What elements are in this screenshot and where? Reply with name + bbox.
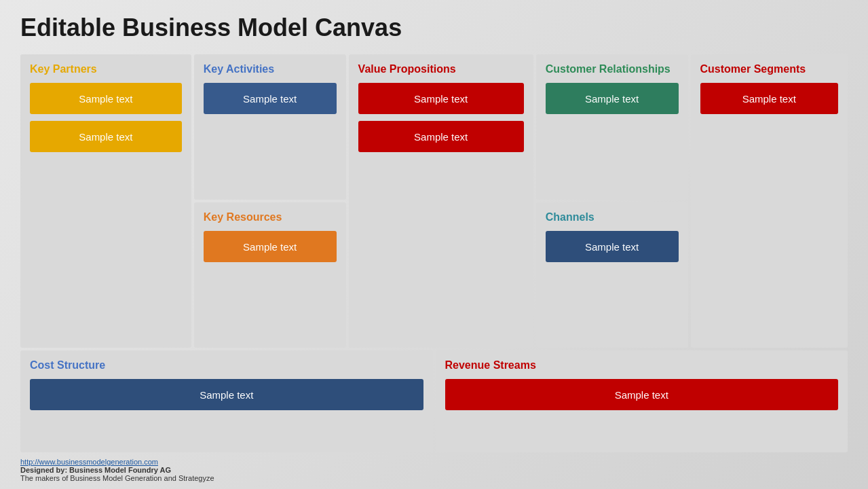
cell-customer-relationships: Customer Relationships Sample text	[536, 54, 688, 200]
cell-key-partners: Key Partners Sample text Sample text	[20, 54, 191, 348]
revenue-streams-title: Revenue Streams	[445, 359, 839, 372]
key-resources-title: Key Resources	[204, 211, 337, 224]
cost-structure-btn-1[interactable]: Sample text	[30, 379, 423, 410]
cell-cost-structure: Cost Structure Sample text	[20, 350, 433, 452]
key-resources-btn-1[interactable]: Sample text	[204, 231, 337, 262]
footer-designed: Designed by: Business Model Foundry AG	[20, 466, 171, 474]
cell-activities-resources: Key Activities Sample text Key Resources…	[194, 54, 346, 348]
cost-structure-title: Cost Structure	[30, 359, 423, 372]
channels-btn-1[interactable]: Sample text	[546, 231, 679, 262]
canvas-bottom: Cost Structure Sample text Revenue Strea…	[20, 350, 848, 452]
revenue-streams-btn-1[interactable]: Sample text	[445, 379, 839, 410]
key-activities-title: Key Activities	[204, 62, 337, 76]
cell-value-propositions: Value Propositions Sample text Sample te…	[349, 54, 533, 348]
footer: http://www.businessmodelgeneration.com D…	[20, 458, 848, 482]
cell-channels: Channels Sample text	[536, 202, 688, 348]
cell-revenue-streams: Revenue Streams Sample text	[436, 350, 848, 452]
key-partners-btn-1[interactable]: Sample text	[30, 83, 182, 114]
customer-segments-btn-1[interactable]: Sample text	[700, 83, 838, 114]
canvas-container: Key Partners Sample text Sample text Key…	[20, 54, 848, 452]
key-partners-title: Key Partners	[30, 62, 182, 76]
customer-relationships-btn-1[interactable]: Sample text	[546, 83, 679, 114]
cell-customer-segments: Customer Segments Sample text	[691, 54, 848, 348]
cell-cr-channels: Customer Relationships Sample text Chann…	[536, 54, 688, 348]
page-title: Editable Business Model Canvas	[20, 14, 848, 42]
cell-key-activities: Key Activities Sample text	[194, 54, 346, 200]
value-propositions-btn-2[interactable]: Sample text	[358, 121, 524, 152]
canvas-top: Key Partners Sample text Sample text Key…	[20, 54, 848, 348]
channels-title: Channels	[546, 211, 679, 224]
value-propositions-btn-1[interactable]: Sample text	[358, 83, 524, 114]
footer-makers: The makers of Business Model Generation …	[20, 474, 214, 482]
footer-link[interactable]: http://www.businessmodelgeneration.com	[20, 458, 158, 466]
key-activities-btn-1[interactable]: Sample text	[204, 83, 337, 114]
customer-relationships-title: Customer Relationships	[546, 62, 679, 76]
value-propositions-title: Value Propositions	[358, 62, 524, 76]
key-partners-btn-2[interactable]: Sample text	[30, 121, 182, 152]
customer-segments-title: Customer Segments	[700, 62, 838, 76]
cell-key-resources: Key Resources Sample text	[194, 202, 346, 348]
